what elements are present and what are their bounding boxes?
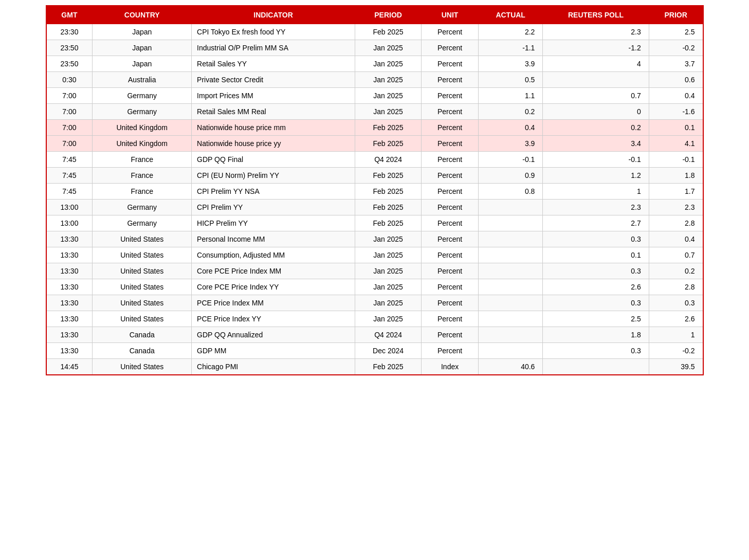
- cell-indicator: GDP QQ Annualized: [192, 327, 355, 343]
- cell-country: United States: [93, 231, 192, 247]
- table-header-row: GMT COUNTRY INDICATOR PERIOD UNIT ACTUAL…: [46, 6, 703, 24]
- cell-period: Jan 2025: [355, 40, 421, 56]
- header-reuters-poll: REUTERS POLL: [543, 6, 649, 24]
- cell-country: Canada: [93, 343, 192, 359]
- cell-country: United States: [93, 247, 192, 263]
- cell-period: Jan 2025: [355, 247, 421, 263]
- cell-country: France: [93, 168, 192, 184]
- cell-actual: [478, 279, 543, 295]
- cell-period: Dec 2024: [355, 343, 421, 359]
- cell-gmt: 13:30: [46, 247, 93, 263]
- cell-actual: [478, 311, 543, 327]
- table-row: 23:30JapanCPI Tokyo Ex fresh food YYFeb …: [46, 24, 703, 40]
- cell-reuters-poll: 0.2: [543, 120, 649, 136]
- table-row: 7:45FranceCPI Prelim YY NSAFeb 2025Perce…: [46, 184, 703, 200]
- cell-prior: 39.5: [649, 359, 703, 375]
- cell-period: Jan 2025: [355, 263, 421, 279]
- cell-actual: 0.4: [478, 120, 543, 136]
- cell-actual: -1.1: [478, 40, 543, 56]
- header-indicator: INDICATOR: [192, 6, 355, 24]
- cell-country: France: [93, 184, 192, 200]
- cell-unit: Percent: [422, 72, 479, 88]
- table-row: 7:00United KingdomNationwide house price…: [46, 120, 703, 136]
- table-row: 13:00GermanyCPI Prelim YYFeb 2025Percent…: [46, 200, 703, 215]
- cell-indicator: Consumption, Adjusted MM: [192, 247, 355, 263]
- cell-unit: Percent: [422, 24, 479, 40]
- cell-gmt: 13:30: [46, 327, 93, 343]
- table-row: 13:30CanadaGDP QQ AnnualizedQ4 2024Perce…: [46, 327, 703, 343]
- cell-gmt: 23:50: [46, 56, 93, 72]
- cell-gmt: 13:00: [46, 215, 93, 231]
- table-row: 13:30United StatesPCE Price Index MMJan …: [46, 295, 703, 311]
- cell-reuters-poll: 1.2: [543, 168, 649, 184]
- cell-indicator: Retail Sales MM Real: [192, 104, 355, 120]
- cell-gmt: 13:30: [46, 231, 93, 247]
- table-row: 13:30United StatesPersonal Income MMJan …: [46, 231, 703, 247]
- cell-indicator: CPI Prelim YY: [192, 200, 355, 215]
- cell-period: Jan 2025: [355, 56, 421, 72]
- cell-reuters-poll: 2.7: [543, 215, 649, 231]
- cell-indicator: Industrial O/P Prelim MM SA: [192, 40, 355, 56]
- cell-actual: 40.6: [478, 359, 543, 375]
- cell-country: Germany: [93, 104, 192, 120]
- cell-unit: Percent: [422, 120, 479, 136]
- cell-prior: -0.2: [649, 40, 703, 56]
- cell-gmt: 7:00: [46, 120, 93, 136]
- cell-country: United States: [93, 263, 192, 279]
- header-gmt: GMT: [46, 6, 93, 24]
- cell-reuters-poll: 0.1: [543, 247, 649, 263]
- cell-period: Feb 2025: [355, 120, 421, 136]
- cell-prior: 3.7: [649, 56, 703, 72]
- cell-country: Germany: [93, 200, 192, 215]
- cell-actual: 3.9: [478, 56, 543, 72]
- cell-prior: 0.4: [649, 88, 703, 104]
- cell-unit: Percent: [422, 136, 479, 152]
- cell-actual: 0.9: [478, 168, 543, 184]
- cell-actual: [478, 200, 543, 215]
- cell-unit: Percent: [422, 152, 479, 168]
- cell-reuters-poll: 0.3: [543, 231, 649, 247]
- cell-period: Jan 2025: [355, 231, 421, 247]
- cell-period: Feb 2025: [355, 24, 421, 40]
- cell-prior: -0.1: [649, 152, 703, 168]
- table-row: 13:30United StatesPCE Price Index YYJan …: [46, 311, 703, 327]
- cell-actual: [478, 247, 543, 263]
- header-prior: PRIOR: [649, 6, 703, 24]
- cell-period: Feb 2025: [355, 215, 421, 231]
- economic-calendar-table: GMT COUNTRY INDICATOR PERIOD UNIT ACTUAL…: [46, 5, 704, 375]
- cell-indicator: Core PCE Price Index YY: [192, 279, 355, 295]
- cell-gmt: 0:30: [46, 72, 93, 88]
- table-row: 13:30CanadaGDP MMDec 2024Percent0.3-0.2: [46, 343, 703, 359]
- cell-gmt: 7:45: [46, 152, 93, 168]
- cell-actual: [478, 295, 543, 311]
- cell-prior: 0.1: [649, 120, 703, 136]
- table-row: 7:00GermanyRetail Sales MM RealJan 2025P…: [46, 104, 703, 120]
- cell-prior: 0.2: [649, 263, 703, 279]
- cell-country: Australia: [93, 72, 192, 88]
- cell-gmt: 7:45: [46, 184, 93, 200]
- cell-prior: 2.5: [649, 24, 703, 40]
- cell-reuters-poll: 2.3: [543, 24, 649, 40]
- cell-reuters-poll: -0.1: [543, 152, 649, 168]
- cell-gmt: 13:30: [46, 279, 93, 295]
- cell-reuters-poll: 3.4: [543, 136, 649, 152]
- table-row: 14:45United StatesChicago PMIFeb 2025Ind…: [46, 359, 703, 375]
- cell-indicator: Private Sector Credit: [192, 72, 355, 88]
- cell-country: United States: [93, 311, 192, 327]
- header-country: COUNTRY: [93, 6, 192, 24]
- cell-actual: [478, 215, 543, 231]
- cell-period: Jan 2025: [355, 279, 421, 295]
- cell-actual: [478, 343, 543, 359]
- cell-prior: 0.3: [649, 295, 703, 311]
- header-actual: ACTUAL: [478, 6, 543, 24]
- cell-unit: Percent: [422, 263, 479, 279]
- cell-reuters-poll: 0.7: [543, 88, 649, 104]
- cell-actual: 2.2: [478, 24, 543, 40]
- header-unit: UNIT: [422, 6, 479, 24]
- cell-unit: Percent: [422, 231, 479, 247]
- cell-unit: Percent: [422, 200, 479, 215]
- cell-actual: 0.5: [478, 72, 543, 88]
- cell-indicator: CPI (EU Norm) Prelim YY: [192, 168, 355, 184]
- cell-indicator: PCE Price Index MM: [192, 295, 355, 311]
- cell-period: Jan 2025: [355, 104, 421, 120]
